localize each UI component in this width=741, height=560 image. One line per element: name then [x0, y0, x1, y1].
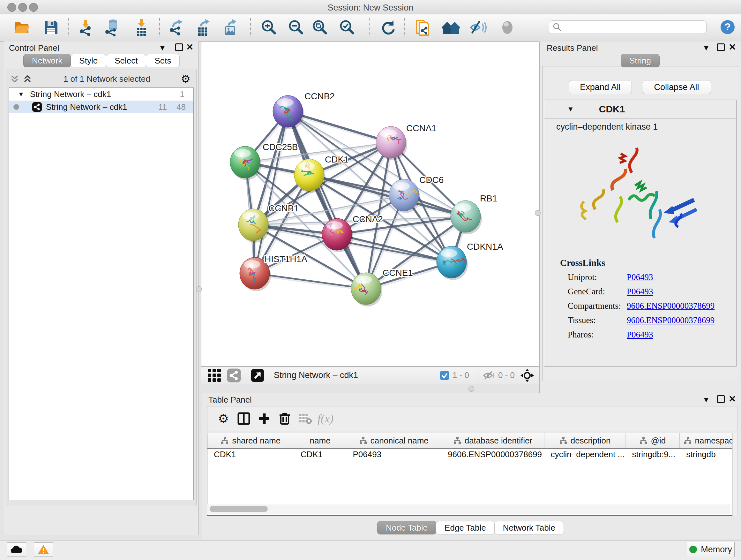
table-cell[interactable]: 9606.ENSP00000378699 [441, 449, 544, 459]
import-table-button[interactable] [132, 17, 151, 37]
table-cell[interactable]: P06493 [346, 449, 441, 459]
import-network-from-database-button[interactable] [103, 17, 122, 37]
tab-network[interactable]: Network [23, 54, 71, 67]
tab-edge-table[interactable]: Edge Table [436, 521, 495, 535]
control-panel-menu-button[interactable]: ▼ [158, 44, 166, 52]
gear-icon[interactable]: ⚙ [181, 72, 191, 85]
table-cell[interactable]: cyclin–dependent ... [544, 449, 626, 459]
detach-view-icon[interactable] [251, 368, 265, 382]
collapse-all-button[interactable]: Collapse All [642, 80, 711, 94]
results-panel-menu-button[interactable]: ▼ [702, 44, 710, 52]
table-cell[interactable]: CDK1 [207, 449, 294, 459]
scrollbar-thumb[interactable] [210, 506, 268, 512]
network-collection-row[interactable]: ▼ String Network – cdk1 1 [9, 88, 193, 101]
network-name: String Network – cdk1 [46, 102, 127, 112]
cloud-status-button[interactable] [7, 543, 26, 557]
zoom-out-button[interactable] [286, 17, 306, 37]
tab-node-table[interactable]: Node Table [377, 521, 436, 535]
results-panel-float-button[interactable] [717, 44, 725, 51]
show-graphics-button[interactable] [498, 17, 517, 37]
zoom-fit-button[interactable] [311, 17, 330, 37]
right-divider-handle[interactable] [535, 210, 541, 216]
network-node-CCNA1[interactable] [376, 126, 407, 160]
table-cell[interactable]: stringdb [680, 449, 737, 459]
help-button[interactable]: ? [720, 19, 735, 35]
delete-column-button[interactable] [274, 412, 295, 425]
toolbar-separator [369, 18, 369, 37]
add-column-button[interactable] [254, 412, 274, 425]
eye-slash-icon [469, 18, 487, 37]
control-panel-title: Control Panel [9, 43, 59, 53]
save-session-button[interactable] [42, 17, 61, 37]
table-settings-button[interactable]: ⚙ [213, 412, 233, 426]
left-divider-handle[interactable] [196, 287, 202, 292]
crosslink-link[interactable]: P06493 [627, 330, 653, 340]
table-cell[interactable]: stringdb:9... [625, 449, 680, 459]
zoom-selected-button[interactable] [338, 17, 357, 37]
crosslink-link[interactable]: P06493 [627, 287, 653, 297]
tab-string[interactable]: String [621, 54, 660, 67]
hidden-eye-icon[interactable] [483, 371, 495, 380]
tab-network-table[interactable]: Network Table [494, 521, 564, 535]
column-header-name[interactable]: name [294, 433, 347, 448]
column-header-description[interactable]: description [544, 433, 626, 448]
bottom-divider-handle[interactable] [468, 386, 474, 392]
column-header-shared-name[interactable]: shared name [207, 433, 294, 448]
crosslink-link[interactable]: P06493 [627, 272, 653, 282]
search-input[interactable] [562, 22, 700, 32]
node-label-CCNB2: CCNB2 [305, 91, 335, 101]
open-file-button[interactable] [12, 17, 31, 37]
expand-all-button[interactable]: Expand All [569, 80, 632, 94]
network-node-RB1[interactable] [451, 200, 482, 234]
collapse-triangle-icon[interactable]: ▼ [567, 105, 574, 113]
export-table-button[interactable] [194, 17, 213, 37]
gene-entry-box: ▼ CDK1 cyclin–dependent kinase 1 CrossLi… [544, 100, 737, 367]
export-image-button[interactable] [221, 17, 240, 37]
column-header-canonical-name[interactable]: canonical name [346, 433, 441, 448]
apply-layout-button[interactable] [379, 17, 398, 37]
collapse-all-icon[interactable] [9, 73, 20, 84]
expand-all-icon[interactable] [22, 73, 33, 84]
table-panel-float-button[interactable] [717, 395, 725, 403]
table-horizontal-scrollbar[interactable] [207, 504, 731, 514]
table-panel-close-button[interactable]: ✕ [729, 395, 736, 403]
memory-button[interactable]: Memory [687, 542, 735, 557]
home-button[interactable] [441, 17, 461, 37]
table-cell[interactable]: CDK1 [294, 449, 347, 459]
column-header-namespac[interactable]: namespac [680, 433, 737, 448]
network-share-icon-gray[interactable] [226, 368, 241, 383]
tab-style[interactable]: Style [71, 54, 106, 67]
current-network-name: String Network – cdk1 [274, 370, 358, 380]
table-row[interactable]: CDK1CDK1P064939606.ENSP00000378699cyclin… [207, 449, 737, 460]
show-columns-button[interactable] [233, 412, 254, 425]
warnings-button[interactable] [34, 543, 53, 557]
collapse-triangle-icon[interactable]: ▼ [18, 91, 24, 98]
grid-view-icon[interactable] [207, 368, 222, 383]
results-panel-close-button[interactable]: ✕ [729, 44, 736, 51]
control-panel-float-button[interactable] [175, 44, 183, 51]
gene-entry-header[interactable]: ▼ CDK1 [544, 100, 736, 119]
crosslink-link[interactable]: 9606.ENSP00000378699 [627, 315, 715, 325]
selected-checkbox-icon[interactable] [440, 371, 449, 380]
column-header--id[interactable]: @id [625, 433, 680, 448]
network-view-canvas[interactable]: CCNB2CCNA1CDC25BCDK1CDC6RB1CCNB1CCNA2CDK… [201, 42, 539, 367]
network-graph[interactable]: CCNB2CCNA1CDC25BCDK1CDC6RB1CCNB1CCNA2CDK… [201, 42, 539, 366]
network-node-CDKN1A[interactable] [436, 246, 468, 280]
table-type-tabs: Node TableEdge TableNetwork Table [377, 521, 563, 535]
export-network-button[interactable] [166, 17, 186, 37]
tab-sets[interactable]: Sets [146, 54, 180, 67]
column-header-database-identifier[interactable]: database identifier [441, 433, 544, 448]
clone-network-button[interactable] [413, 17, 432, 37]
network-node-CCNE1[interactable] [351, 273, 382, 307]
table-panel-menu-button[interactable]: ▼ [702, 396, 710, 403]
crosslink-link[interactable]: 9606.ENSP00000378699 [627, 301, 715, 311]
import-network-button[interactable] [76, 17, 95, 37]
table-vertical-scrollbar[interactable] [732, 433, 738, 516]
collection-count: 1 [180, 89, 185, 99]
tab-select[interactable]: Select [106, 54, 146, 67]
birds-eye-crosshair-icon[interactable] [520, 368, 535, 383]
control-panel-close-button[interactable]: ✕ [186, 44, 193, 51]
zoom-in-button[interactable] [259, 17, 279, 37]
network-row-selected[interactable]: String Network – cdk1 11 48 [9, 101, 193, 113]
hide-selected-button[interactable] [468, 17, 488, 37]
